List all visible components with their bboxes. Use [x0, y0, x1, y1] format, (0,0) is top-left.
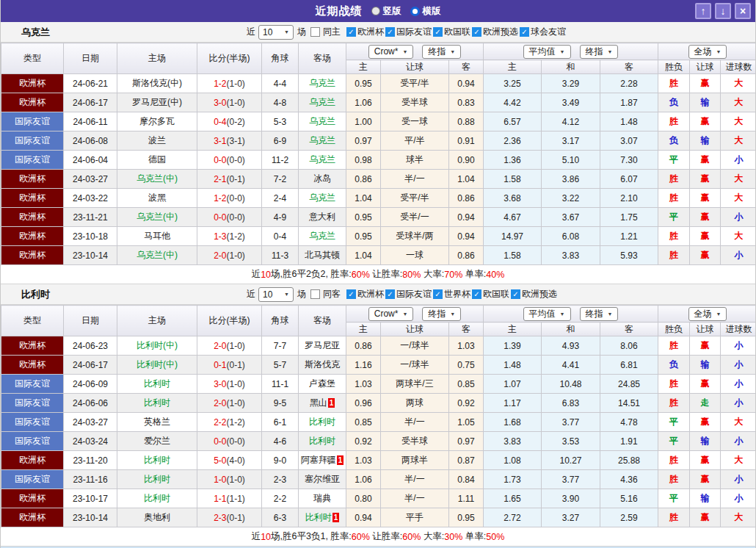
same-checkbox[interactable]: [310, 289, 320, 299]
odds-home-cell: 0.86: [346, 336, 381, 356]
odds-home-cell: 1.16: [346, 356, 381, 375]
sub-away-odds: 客: [449, 322, 484, 336]
chevron-down-icon: ▼: [450, 49, 455, 54]
match-count-select[interactable]: 10▼: [258, 25, 294, 40]
away-cell: 比利时1: [299, 508, 346, 527]
odds-away-cell: 0.75: [449, 356, 484, 375]
sub-eu-draw: 和: [542, 322, 600, 336]
final-odds-select2[interactable]: 终指▼: [580, 307, 619, 321]
odds-home-cell: 0.80: [346, 489, 381, 508]
odds-home-cell: 1.06: [346, 93, 381, 112]
league-checkbox[interactable]: ✓: [385, 289, 395, 299]
handicap-cell: 半/一: [381, 170, 449, 189]
home-cell: 乌克兰(中): [117, 170, 197, 189]
sub-handicap-result: 让球: [690, 60, 721, 74]
league-checkbox[interactable]: ✓: [346, 289, 356, 299]
fullmatch-select[interactable]: 全场▼: [688, 307, 727, 321]
home-cell: 斯洛伐克(中): [117, 74, 197, 93]
result-cell: 胜: [658, 470, 690, 489]
eu-draw-cell: 3.77: [542, 470, 600, 489]
league-checkbox-wrap: ✓国际友谊: [385, 288, 432, 300]
league-checkbox[interactable]: ✓: [472, 289, 481, 299]
home-cell: 比利时: [117, 451, 197, 470]
fullmatch-select[interactable]: 全场▼: [688, 45, 727, 59]
final-odds-select[interactable]: 终指▼: [422, 45, 461, 59]
league-checkbox[interactable]: ✓: [346, 27, 356, 37]
odds-home-cell: 0.95: [346, 227, 381, 246]
sub-wdl: 胜负: [658, 322, 690, 336]
result-group: 全场▼: [658, 43, 756, 60]
col-type: 类型: [1, 306, 64, 336]
type-cell: 欧洲杯: [1, 74, 64, 93]
handicap-cell: 受半/一: [381, 208, 449, 227]
result-cell: 负: [658, 131, 690, 151]
near-label: 近: [247, 288, 255, 300]
score-cell: 3-1(3-1): [197, 131, 262, 151]
date-cell: 23-11-16: [64, 470, 117, 489]
match-row: 国际友谊24-06-04德国0-0(0-0)11-2乌克兰0.98球半0.901…: [1, 151, 756, 170]
average-select[interactable]: 平均值▼: [523, 45, 571, 59]
match-row: 欧洲杯24-06-21斯洛伐克(中)1-2(1-0)4-4乌克兰0.95受平/半…: [1, 74, 756, 93]
goals-result-cell: 大: [721, 451, 756, 470]
league-checkbox[interactable]: ✓: [511, 289, 520, 299]
scroll-up-button[interactable]: ↑: [695, 3, 711, 19]
close-button[interactable]: ×: [735, 3, 751, 19]
home-cell: 英格兰: [117, 413, 197, 432]
date-cell: 24-06-04: [64, 151, 117, 170]
league-checkbox-wrap: ✓欧洲预选: [472, 26, 518, 38]
league-checkbox[interactable]: ✓: [385, 27, 395, 37]
corner-cell: 2-4: [262, 189, 299, 208]
radio-vertical-icon[interactable]: [371, 7, 380, 15]
score-cell: 0-0(0-0): [197, 432, 262, 451]
odds-away-cell: 0.88: [449, 112, 484, 131]
odds-home-cell: 0.86: [346, 170, 381, 189]
odds-away-cell: 1.05: [449, 413, 484, 432]
page-title: 近期战绩: [316, 4, 363, 18]
away-cell: 乌克兰: [299, 189, 346, 208]
lineup-badge: 1: [332, 513, 340, 522]
league-checkbox[interactable]: ✓: [433, 289, 443, 299]
eu-home-cell: 1.48: [484, 356, 542, 375]
scroll-down-button[interactable]: ↓: [715, 3, 731, 19]
radio-vertical[interactable]: 竖版: [371, 5, 401, 18]
date-cell: 23-11-20: [64, 451, 117, 470]
league-checkbox[interactable]: ✓: [520, 27, 529, 37]
bookmaker-select[interactable]: Crow*▼: [368, 45, 414, 59]
date-cell: 24-06-08: [64, 131, 117, 151]
league-checkbox[interactable]: ✓: [433, 27, 443, 37]
eu-away-cell: 5.16: [600, 489, 658, 508]
score-cell: 1-3(1-2): [197, 227, 262, 246]
home-cell: 乌克兰(中): [117, 208, 197, 227]
score-cell: 1-1(1-1): [197, 489, 262, 508]
radio-horizontal[interactable]: 横版: [410, 5, 441, 18]
eu-home-cell: 1.68: [484, 413, 542, 432]
odds-home-cell: 0.95: [346, 208, 381, 227]
final-odds-select2[interactable]: 终指▼: [580, 45, 619, 59]
league-checkbox[interactable]: ✓: [472, 27, 481, 37]
final-odds-select[interactable]: 终指▼: [422, 307, 461, 321]
match-row: 欧洲杯23-11-20比利时5-0(4-0)9-0阿塞拜疆11.03两球半0.8…: [1, 451, 756, 470]
handicap-cell: 受球半/两: [381, 227, 449, 246]
chevron-down-icon: ▼: [284, 29, 289, 35]
result-cell: 胜: [658, 336, 690, 356]
results-table: 类型 日期 主场 比分(半场) 角球 客场 Crow*▼ 终指▼ 平均值: [1, 305, 756, 527]
average-select[interactable]: 平均值▼: [523, 307, 571, 321]
type-cell: 欧洲杯: [1, 246, 64, 265]
eu-away-cell: 1.75: [600, 208, 658, 227]
odds-home-cell: 1.04: [346, 189, 381, 208]
match-row: 欧洲杯24-03-22波黑1-2(0-0)2-4乌克兰1.04受平/半0.863…: [1, 189, 756, 208]
handicap-cell: 受平/半: [381, 74, 449, 93]
same-checkbox[interactable]: [310, 27, 320, 37]
odds-away-cell: 0.94: [449, 74, 484, 93]
bookmaker-select[interactable]: Crow*▼: [368, 307, 414, 321]
odds-away-cell: 0.95: [449, 508, 484, 527]
match-count-select[interactable]: 10▼: [258, 287, 294, 302]
sub-goals: 进球数: [721, 322, 756, 336]
sub-eu-away: 客: [600, 322, 658, 336]
same-checkbox-label: 同主: [323, 26, 341, 38]
league-checkbox-label: 欧国联: [444, 26, 470, 38]
away-cell: 塞尔维亚: [299, 470, 346, 489]
eu-home-cell: 1.07: [484, 375, 542, 394]
radio-horizontal-icon[interactable]: [410, 7, 420, 16]
goals-result-cell: 大: [721, 131, 756, 151]
